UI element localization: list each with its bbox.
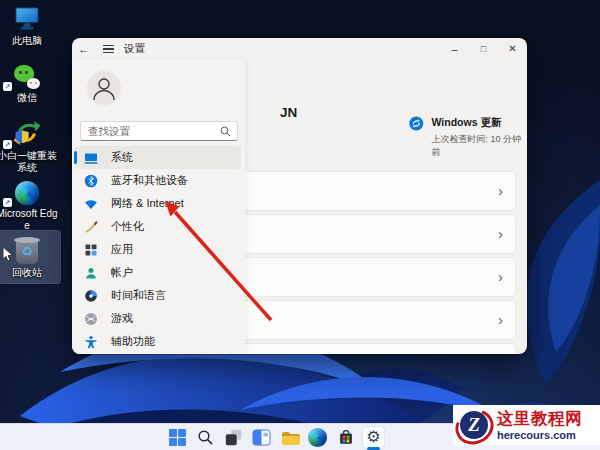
edge-icon [308, 428, 327, 447]
nav-item-system[interactable]: 系统 [74, 146, 241, 169]
desktop: 此电脑 ↗ 微信 ↗ 小白一键重装系统 ↗ Microsof [0, 0, 600, 450]
settings-row-list: › › › › › [240, 171, 516, 354]
store-icon [337, 428, 355, 446]
this-pc-icon [13, 6, 41, 32]
xbox-icon [84, 312, 98, 326]
watermark-site-name: 这里教程网 [497, 409, 582, 427]
gear-icon: ⚙ [366, 429, 380, 445]
windows-update-status: Windows 更新 上次检查时间: 10 分钟前 [409, 116, 527, 159]
edge-icon [15, 181, 39, 205]
wechat-icon [14, 65, 40, 89]
nav-item-apps[interactable]: 应用 [74, 238, 241, 261]
start-button[interactable] [166, 426, 189, 449]
window-title: 设置 [124, 42, 145, 56]
desktop-icon-label: 回收站 [0, 267, 60, 279]
recycle-bin-icon: ♻ [16, 240, 38, 264]
taskbar-search-button[interactable] [194, 426, 217, 449]
settings-row[interactable]: › [240, 257, 516, 297]
nav-item-network-internet[interactable]: 网络 & Internet [74, 192, 241, 215]
windows-logo-icon [169, 429, 186, 446]
windows-update-last-checked: 上次检查时间: 10 分钟前 [432, 133, 527, 159]
watermark-badge: Z 这里教程网 herecours.com [453, 405, 600, 445]
settings-nav-list: 系统 蓝牙和其他设备 网络 & Internet [74, 146, 241, 353]
shortcut-arrow-icon: ↗ [3, 140, 12, 149]
windows-update-title: Windows 更新 [432, 116, 527, 130]
desktop-icon-label: 小白一键重装系统 [0, 150, 60, 173]
accessibility-icon [84, 335, 98, 349]
desktop-icon-recycle-bin[interactable]: ♻ 回收站 [0, 231, 60, 283]
system-icon [84, 151, 98, 165]
watermark-site-url: herecours.com [497, 429, 582, 441]
desktop-icon-wechat[interactable]: ↗ 微信 [0, 59, 60, 104]
chevron-right-icon: › [498, 182, 503, 199]
minimize-button[interactable]: – [440, 38, 469, 60]
account-name-fragment: JN [280, 105, 297, 120]
nav-item-accessibility[interactable]: 辅助功能 [74, 330, 241, 353]
widgets-button[interactable] [250, 426, 273, 449]
shortcut-arrow-icon: ↗ [3, 198, 12, 207]
close-button[interactable]: ✕ [498, 38, 527, 60]
settings-window: ← 设置 – □ ✕ JN Windows 更新 上次检查 [72, 38, 527, 354]
avatar[interactable] [87, 71, 121, 105]
edge-button[interactable] [306, 426, 329, 449]
nav-item-time-language[interactable]: 时间和语言 [74, 284, 241, 307]
user-icon [87, 71, 121, 105]
file-explorer-button[interactable] [278, 426, 301, 449]
folder-icon [280, 429, 300, 446]
task-view-icon [224, 428, 243, 447]
desktop-icon-this-pc[interactable]: 此电脑 [0, 2, 60, 47]
search-icon [197, 429, 214, 446]
desktop-icon-label: 微信 [0, 92, 60, 104]
desktop-icon-label: Microsoft Edge [0, 208, 60, 231]
chevron-right-icon: › [498, 225, 503, 242]
desktop-icon-edge[interactable]: ↗ Microsoft Edge [0, 175, 60, 231]
settings-row[interactable]: › [240, 300, 516, 340]
nav-item-accounts[interactable]: 帐户 [74, 261, 241, 284]
watermark-logo-letter: Z [460, 411, 488, 439]
settings-row[interactable]: › [240, 343, 516, 354]
settings-row[interactable]: › [240, 171, 516, 211]
nav-item-gaming[interactable]: 游戏 [74, 307, 241, 330]
desktop-icon-label: 此电脑 [0, 35, 60, 47]
clock-icon [84, 289, 98, 303]
sync-icon [409, 116, 424, 131]
chevron-right-icon: › [498, 268, 503, 285]
search-box [80, 121, 238, 141]
nav-item-personalization[interactable]: 个性化 [74, 215, 241, 238]
titlebar: ← 设置 – □ ✕ [72, 38, 527, 60]
recycle-icon: ♻ [21, 242, 33, 262]
settings-row[interactable]: › [240, 214, 516, 254]
nav-item-bluetooth-devices[interactable]: 蓝牙和其他设备 [74, 169, 241, 192]
search-icon [220, 126, 231, 137]
search-input[interactable] [81, 125, 220, 137]
xiaobai-reinstall-icon [12, 119, 42, 147]
maximize-button[interactable]: □ [469, 38, 498, 60]
shortcut-arrow-icon: ↗ [3, 82, 12, 91]
watermark-logo-icon: Z [454, 407, 495, 444]
back-button[interactable]: ← [72, 42, 96, 56]
widgets-icon [252, 429, 271, 446]
wifi-icon [84, 197, 98, 211]
bluetooth-icon [84, 174, 98, 188]
menu-icon[interactable] [96, 45, 120, 54]
chevron-right-icon: › [498, 311, 503, 328]
person-icon [84, 266, 98, 280]
task-view-button[interactable] [222, 426, 245, 449]
taskbar-settings-button[interactable]: ⚙ [362, 426, 385, 449]
brush-icon [84, 220, 98, 234]
apps-grid-icon [84, 243, 98, 257]
microsoft-store-button[interactable] [334, 426, 357, 449]
desktop-icon-xiaobai[interactable]: ↗ 小白一键重装系统 [0, 117, 60, 173]
settings-nav-pane: 系统 蓝牙和其他设备 网络 & Internet [72, 60, 245, 354]
